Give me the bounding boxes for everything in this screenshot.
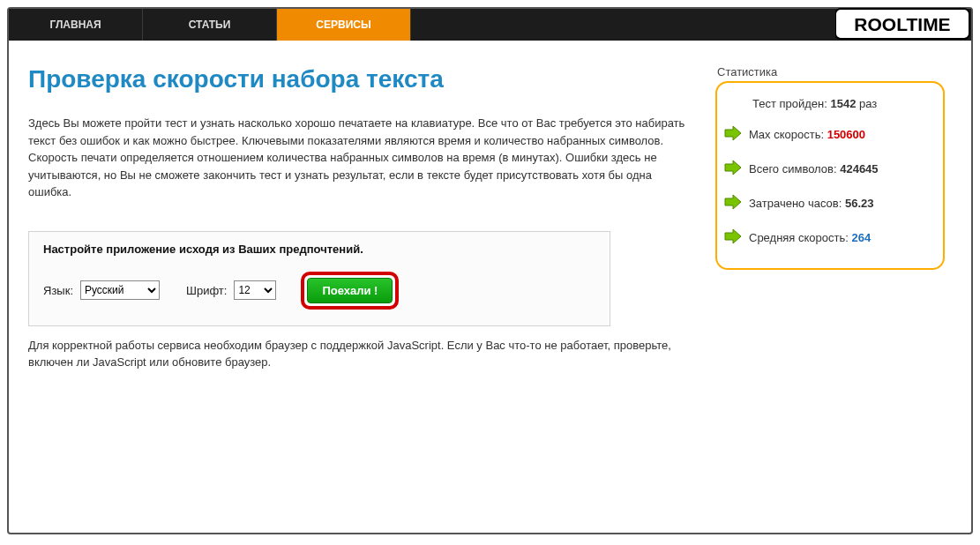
main-column: Проверка скорости набора текста Здесь Вы… bbox=[28, 65, 689, 371]
nav-item-articles[interactable]: СТАТЬИ bbox=[143, 9, 277, 41]
lang-select[interactable]: Русский bbox=[80, 280, 160, 300]
svg-marker-1 bbox=[725, 126, 741, 140]
page-container: ГЛАВНАЯ СТАТЬИ СЕРВИСЫ ROOLTIME Проверка… bbox=[7, 7, 973, 534]
font-label: Шрифт: bbox=[186, 284, 227, 297]
arrow-icon bbox=[724, 124, 742, 146]
arrow-icon bbox=[724, 228, 742, 250]
stat-label: Средняя скорость: bbox=[749, 231, 852, 244]
stat-value: 150600 bbox=[827, 128, 865, 141]
stat-line: Затрачено часов: 56.23 bbox=[724, 193, 932, 215]
svg-marker-3 bbox=[725, 195, 741, 209]
svg-marker-2 bbox=[725, 161, 741, 175]
settings-row: Язык: Русский Шрифт: 12 Поехали ! bbox=[43, 272, 595, 310]
stat-text: Тест пройден: 1542 раз bbox=[752, 97, 932, 112]
stat-line: Средняя скорость: 264 bbox=[724, 228, 932, 250]
stat-text: Max скорость: 150600 bbox=[749, 128, 932, 143]
settings-heading: Настройте приложение исходя из Ваших пре… bbox=[43, 243, 595, 256]
footnote-text: Для корректной работы сервиса необходим … bbox=[28, 337, 689, 371]
logo-text: ROOLTIME bbox=[854, 14, 950, 34]
stat-value: 56.23 bbox=[845, 197, 874, 210]
content-area: Проверка скорости набора текста Здесь Вы… bbox=[9, 41, 971, 401]
stat-label: Тест пройден: bbox=[752, 97, 831, 110]
stat-label: Затрачено часов: bbox=[749, 197, 845, 210]
stats-box: Тест пройден: 1542 раз Max скорость: 150… bbox=[715, 81, 945, 270]
settings-box: Настройте приложение исходя из Ваших пре… bbox=[28, 231, 610, 326]
stat-label: Всего символов: bbox=[749, 162, 840, 175]
sidebar-column: Статистика Тест пройден: 1542 раз Max ск… bbox=[715, 65, 945, 371]
site-logo: ROOLTIME bbox=[835, 7, 976, 42]
nav-item-services[interactable]: СЕРВИСЫ bbox=[277, 9, 411, 41]
stats-title: Статистика bbox=[715, 65, 945, 78]
go-button[interactable]: Поехали ! bbox=[307, 278, 393, 303]
font-select[interactable]: 12 bbox=[234, 280, 276, 300]
page-title: Проверка скорости набора текста bbox=[28, 65, 689, 93]
stat-value: 1542 bbox=[831, 97, 857, 110]
stat-text: Средняя скорость: 264 bbox=[749, 231, 932, 246]
stat-line: Всего символов: 424645 bbox=[724, 159, 932, 181]
stat-text: Затрачено часов: 56.23 bbox=[749, 197, 932, 212]
stat-value: 264 bbox=[852, 231, 872, 244]
go-button-highlight: Поехали ! bbox=[301, 272, 399, 310]
stat-suffix: раз bbox=[856, 97, 877, 110]
stat-value: 424645 bbox=[840, 162, 878, 175]
intro-text: Здесь Вы можете пройти тест и узнать нас… bbox=[28, 115, 689, 201]
lang-label: Язык: bbox=[43, 284, 73, 297]
nav-item-home[interactable]: ГЛАВНАЯ bbox=[9, 9, 143, 41]
stat-text: Всего символов: 424645 bbox=[749, 162, 932, 177]
top-nav: ГЛАВНАЯ СТАТЬИ СЕРВИСЫ ROOLTIME bbox=[9, 9, 971, 41]
stat-line: Max скорость: 150600 bbox=[724, 124, 932, 146]
arrow-icon bbox=[724, 159, 742, 181]
stat-line: Тест пройден: 1542 раз bbox=[724, 97, 932, 112]
stat-label: Max скорость: bbox=[749, 128, 827, 141]
arrow-icon bbox=[724, 193, 742, 215]
svg-marker-4 bbox=[725, 229, 741, 243]
